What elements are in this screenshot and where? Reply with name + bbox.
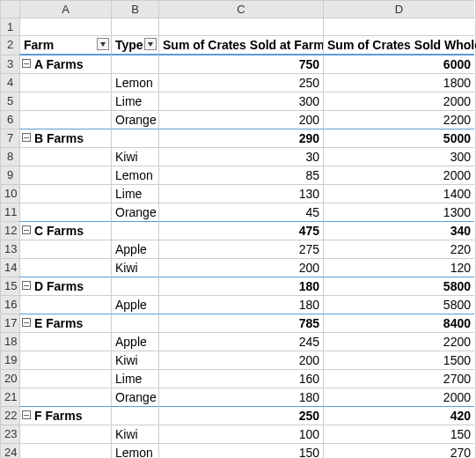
row-header[interactable]: 14 bbox=[0, 258, 19, 277]
group-type-empty[interactable] bbox=[111, 406, 158, 425]
group-name[interactable]: C Farms bbox=[19, 221, 111, 240]
group-sum-farm[interactable]: 290 bbox=[158, 129, 323, 147]
detail-type[interactable]: Lemon bbox=[111, 443, 158, 458]
collapse-icon[interactable] bbox=[22, 225, 31, 234]
detail-sum-wholesale[interactable]: 2000 bbox=[323, 388, 474, 406]
detail-sum-farm[interactable]: 300 bbox=[158, 92, 323, 110]
group-sum-wholesale[interactable]: 340 bbox=[323, 221, 474, 240]
group-name[interactable]: E Farms bbox=[19, 314, 111, 332]
row-header[interactable]: 4 bbox=[0, 73, 19, 92]
detail-type[interactable]: Lemon bbox=[111, 166, 158, 184]
group-type-empty[interactable] bbox=[111, 314, 158, 332]
detail-sum-wholesale[interactable]: 1800 bbox=[323, 73, 474, 92]
empty-cell[interactable] bbox=[158, 18, 323, 35]
detail-type[interactable]: Lemon bbox=[111, 73, 158, 92]
group-type-empty[interactable] bbox=[111, 55, 158, 73]
detail-farm-empty[interactable] bbox=[19, 351, 111, 369]
collapse-icon[interactable] bbox=[22, 410, 31, 419]
detail-farm-empty[interactable] bbox=[19, 147, 111, 166]
detail-sum-farm[interactable]: 200 bbox=[158, 110, 323, 129]
group-name[interactable]: F Farms bbox=[19, 406, 111, 425]
detail-type[interactable]: Orange bbox=[111, 388, 158, 406]
detail-sum-wholesale[interactable]: 2000 bbox=[323, 166, 474, 184]
detail-farm-empty[interactable] bbox=[19, 240, 111, 258]
group-sum-farm[interactable]: 475 bbox=[158, 221, 323, 240]
row-header[interactable]: 15 bbox=[0, 277, 19, 295]
group-name[interactable]: B Farms bbox=[19, 129, 111, 147]
group-type-empty[interactable] bbox=[111, 277, 158, 295]
empty-cell[interactable] bbox=[323, 18, 474, 35]
detail-sum-wholesale[interactable]: 1500 bbox=[323, 351, 474, 369]
detail-sum-wholesale[interactable]: 300 bbox=[323, 147, 474, 166]
detail-sum-wholesale[interactable]: 120 bbox=[323, 258, 474, 277]
detail-sum-farm[interactable]: 200 bbox=[158, 258, 323, 277]
detail-farm-empty[interactable] bbox=[19, 258, 111, 277]
detail-sum-wholesale[interactable]: 220 bbox=[323, 240, 474, 258]
detail-type[interactable]: Apple bbox=[111, 332, 158, 351]
row-header[interactable]: 9 bbox=[0, 166, 19, 184]
detail-farm-empty[interactable] bbox=[19, 388, 111, 406]
detail-type[interactable]: Lime bbox=[111, 92, 158, 110]
row-header[interactable]: 24 bbox=[0, 443, 19, 458]
detail-sum-wholesale[interactable]: 270 bbox=[323, 443, 474, 458]
detail-type[interactable]: Kiwi bbox=[111, 425, 158, 443]
filter-button-type[interactable] bbox=[144, 38, 157, 50]
detail-sum-farm[interactable]: 180 bbox=[158, 388, 323, 406]
detail-sum-wholesale[interactable]: 5800 bbox=[323, 295, 474, 314]
row-header[interactable]: 19 bbox=[0, 351, 19, 369]
detail-sum-farm[interactable]: 250 bbox=[158, 73, 323, 92]
detail-type[interactable]: Kiwi bbox=[111, 147, 158, 166]
detail-type[interactable]: Lime bbox=[111, 184, 158, 203]
empty-cell[interactable] bbox=[19, 18, 111, 35]
detail-sum-wholesale[interactable]: 2200 bbox=[323, 332, 474, 351]
detail-type[interactable]: Kiwi bbox=[111, 258, 158, 277]
detail-farm-empty[interactable] bbox=[19, 443, 111, 458]
detail-sum-farm[interactable]: 200 bbox=[158, 351, 323, 369]
group-name[interactable]: D Farms bbox=[19, 277, 111, 295]
group-sum-farm[interactable]: 750 bbox=[158, 55, 323, 73]
group-sum-wholesale[interactable]: 5800 bbox=[323, 277, 474, 295]
row-header[interactable]: 6 bbox=[0, 110, 19, 129]
row-header[interactable]: 18 bbox=[0, 332, 19, 351]
row-header[interactable]: 5 bbox=[0, 92, 19, 110]
group-type-empty[interactable] bbox=[111, 221, 158, 240]
group-sum-farm[interactable]: 785 bbox=[158, 314, 323, 332]
detail-farm-empty[interactable] bbox=[19, 425, 111, 443]
detail-type[interactable]: Orange bbox=[111, 203, 158, 221]
detail-sum-farm[interactable]: 160 bbox=[158, 369, 323, 388]
header-sum-farm[interactable]: Sum of Crates Sold at Farm bbox=[158, 35, 323, 55]
collapse-icon[interactable] bbox=[22, 318, 31, 327]
detail-farm-empty[interactable] bbox=[19, 295, 111, 314]
collapse-icon[interactable] bbox=[22, 59, 31, 68]
corner-cell[interactable] bbox=[0, 0, 19, 18]
group-sum-wholesale[interactable]: 420 bbox=[323, 406, 474, 425]
group-sum-wholesale[interactable]: 5000 bbox=[323, 129, 474, 147]
detail-type[interactable]: Apple bbox=[111, 240, 158, 258]
col-header[interactable]: D bbox=[323, 0, 474, 18]
detail-sum-farm[interactable]: 245 bbox=[158, 332, 323, 351]
detail-sum-farm[interactable]: 85 bbox=[158, 166, 323, 184]
filter-button-farm[interactable] bbox=[97, 38, 109, 50]
detail-farm-empty[interactable] bbox=[19, 166, 111, 184]
row-header[interactable]: 20 bbox=[0, 369, 19, 388]
detail-type[interactable]: Apple bbox=[111, 295, 158, 314]
detail-farm-empty[interactable] bbox=[19, 73, 111, 92]
row-header[interactable]: 17 bbox=[0, 314, 19, 332]
detail-sum-farm[interactable]: 45 bbox=[158, 203, 323, 221]
row-header[interactable]: 8 bbox=[0, 147, 19, 166]
detail-farm-empty[interactable] bbox=[19, 92, 111, 110]
detail-farm-empty[interactable] bbox=[19, 110, 111, 129]
header-sum-wholesale[interactable]: Sum of Crates Sold Wholesale bbox=[323, 35, 474, 55]
detail-type[interactable]: Orange bbox=[111, 110, 158, 129]
collapse-icon[interactable] bbox=[22, 281, 31, 290]
header-farm[interactable]: Farm bbox=[19, 35, 111, 55]
row-header[interactable]: 7 bbox=[0, 129, 19, 147]
row-header[interactable]: 12 bbox=[0, 221, 19, 240]
group-sum-farm[interactable]: 250 bbox=[158, 406, 323, 425]
group-name[interactable]: A Farms bbox=[19, 55, 111, 73]
row-header[interactable]: 16 bbox=[0, 295, 19, 314]
detail-farm-empty[interactable] bbox=[19, 369, 111, 388]
detail-sum-farm[interactable]: 180 bbox=[158, 295, 323, 314]
row-header[interactable]: 2 bbox=[0, 35, 19, 55]
detail-sum-wholesale[interactable]: 1300 bbox=[323, 203, 474, 221]
